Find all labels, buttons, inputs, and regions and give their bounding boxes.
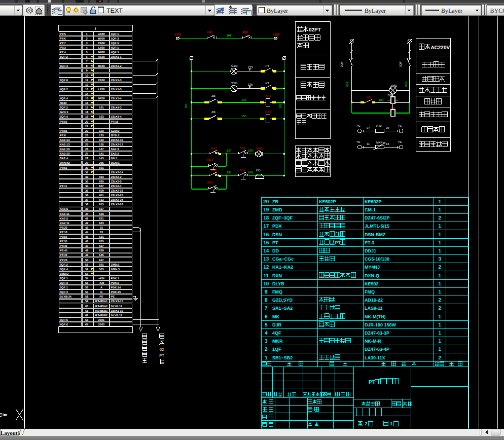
svg-text:56: 56	[85, 286, 88, 289]
svg-text:4QF:3: 4QF:3	[111, 51, 119, 54]
svg-text:GZD:2: GZD:2	[111, 130, 120, 133]
svg-text:2QF:3: 2QF:3	[60, 282, 68, 285]
svg-text:KA1: KA1	[211, 147, 217, 151]
svg-text:19: 19	[85, 116, 88, 119]
svg-text:SA2: SA2	[240, 168, 246, 172]
svg-text:ZB:X2-17: ZB:X2-17	[111, 143, 123, 146]
svg-text:DLYB:11: DLYB:11	[111, 305, 123, 308]
svg-text:ZB:X2-23: ZB:X2-23	[111, 190, 123, 193]
svg-text:MY4NJ: MY4NJ	[365, 265, 380, 270]
svg-text:PT:56: PT:56	[60, 121, 67, 124]
svg-text:DSN-BMZ: DSN-BMZ	[365, 232, 386, 237]
svg-text:3: 3	[439, 256, 442, 262]
svg-text:PT:51: PT:51	[60, 167, 67, 170]
svg-text:5: 5	[265, 322, 268, 328]
svg-text:ByLayer: ByLayer	[267, 7, 288, 14]
svg-text:PT:56: PT:56	[60, 236, 67, 239]
svg-text:137: 137	[99, 148, 103, 151]
svg-text:1103: 1103	[273, 33, 279, 36]
svg-text:7: 7	[86, 60, 87, 63]
svg-text:1: 1	[439, 199, 442, 205]
svg-text:ZMD:2: ZMD:2	[60, 273, 68, 276]
svg-text:FMQ: FMQ	[365, 289, 375, 295]
svg-text:1QF:2: 1QF:2	[60, 56, 68, 59]
svg-text:PT:33: PT:33	[60, 254, 67, 257]
svg-text:2: 2	[365, 421, 368, 426]
svg-text:09: 09	[386, 126, 389, 130]
svg-text:ZB:X2-1: ZB:X2-1	[111, 185, 122, 188]
svg-text:KA2:5: KA2:5	[60, 217, 68, 221]
svg-text:601: 601	[99, 167, 103, 170]
svg-text:602: 602	[405, 81, 408, 87]
svg-text:8: 8	[86, 65, 87, 68]
svg-text:1QF:5: 1QF:5	[111, 42, 119, 45]
svg-text:NK-M-R: NK-M-R	[365, 339, 381, 344]
svg-text:RS485B1: RS485B1	[95, 310, 107, 313]
svg-text:MK: MK	[272, 314, 279, 319]
svg-text:1: 1	[439, 322, 442, 328]
svg-text:4QF:1: 4QF:1	[111, 47, 119, 50]
svg-text:2QF:1: 2QF:1	[60, 277, 68, 280]
svg-text:A630: A630	[98, 56, 104, 59]
svg-text:104: 104	[379, 99, 384, 102]
svg-text:4: 4	[265, 331, 268, 336]
svg-text:103: 103	[99, 116, 103, 119]
svg-text:SYD: SYD	[231, 82, 238, 85]
svg-text:44: 44	[85, 231, 89, 234]
svg-text:PT:55: PT:55	[60, 240, 67, 243]
svg-text:3: 3	[86, 42, 87, 45]
svg-text:ZB: ZB	[211, 94, 215, 98]
svg-text:ZB:X1-4: ZB:X1-4	[111, 97, 122, 100]
svg-text:31: 31	[85, 171, 88, 174]
svg-text:KA1:13: KA1:13	[60, 139, 69, 142]
svg-text:MKR: MKR	[376, 141, 382, 144]
svg-text:SA2:3: SA2:3	[111, 153, 119, 156]
svg-text:KA2: KA2	[211, 169, 217, 172]
svg-text:1: 1	[439, 273, 442, 279]
svg-text:LA39-11X: LA39-11X	[365, 355, 385, 360]
svg-text:PT: PT	[266, 82, 270, 85]
svg-text:02: 02	[160, 347, 164, 352]
svg-text:2: 2	[439, 306, 442, 311]
svg-text:PE: PE	[399, 125, 403, 128]
svg-text:29: 29	[85, 162, 88, 165]
svg-text:N630: N630	[98, 97, 104, 100]
svg-text:KA1~KA2: KA1~KA2	[272, 265, 293, 270]
svg-text:AC220V: AC220V	[430, 45, 450, 51]
svg-text:DJR: DJR	[376, 125, 382, 128]
svg-text:101: 101	[185, 103, 188, 108]
svg-text:SB1: SB1	[207, 158, 213, 162]
svg-text:64: 64	[85, 323, 89, 326]
svg-text:PT:55: PT:55	[60, 130, 67, 133]
svg-text:17: 17	[263, 224, 269, 229]
svg-text:PT:45: PT:45	[60, 245, 67, 248]
svg-text:PE: PE	[357, 141, 361, 144]
svg-text:-KM: -KM	[99, 282, 104, 285]
svg-text:38: 38	[85, 203, 88, 206]
svg-text:ByLayer: ByLayer	[365, 7, 386, 14]
svg-text:ZB: ZB	[211, 111, 215, 114]
svg-text:KA2:11: KA2:11	[60, 222, 69, 225]
svg-text:ZB:X2-14: ZB:X2-14	[111, 171, 124, 174]
svg-text:1QF: 1QF	[207, 30, 213, 34]
svg-text:DGN:3: DGN:3	[111, 268, 120, 271]
svg-text:18: 18	[263, 215, 269, 221]
svg-text:102: 102	[279, 103, 282, 108]
svg-text:ZB:X4-3: ZB:X4-3	[111, 106, 122, 109]
svg-text:1: 1	[439, 240, 442, 246]
svg-text:1: 1	[439, 224, 442, 229]
svg-text:PE: PE	[111, 296, 115, 299]
svg-text:2QF:4: 2QF:4	[60, 116, 68, 119]
svg-text:617: 617	[99, 208, 103, 211]
svg-text:3QF:4: 3QF:4	[60, 268, 68, 271]
svg-text:PT:20: PT:20	[60, 227, 67, 230]
svg-text:631: 631	[99, 236, 103, 239]
svg-text:DSN: DSN	[272, 232, 282, 237]
svg-text:2QF~3QF: 2QF~3QF	[272, 215, 293, 221]
svg-text:ZB:X4-4: ZB:X4-4	[111, 116, 122, 119]
svg-text:ZB:X2-16: ZB:X2-16	[111, 139, 123, 142]
svg-text:2: 2	[439, 215, 442, 221]
svg-text:C630: C630	[98, 79, 104, 82]
svg-text:FMQ: FMQ	[256, 147, 263, 151]
svg-text:ZB:X2-24: ZB:X2-24	[111, 199, 124, 202]
